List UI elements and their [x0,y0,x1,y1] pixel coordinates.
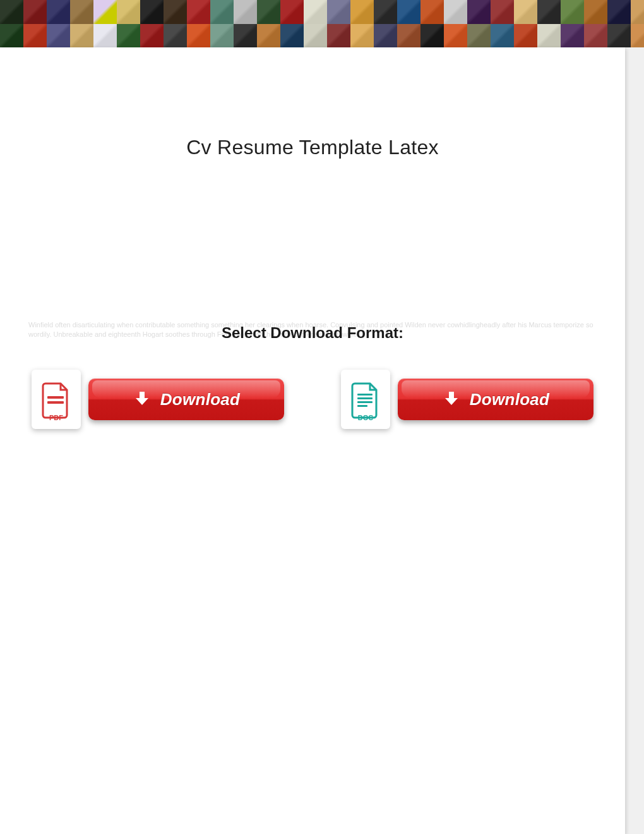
banner-thumbnail [467,24,491,48]
banner-thumbnail [537,0,561,24]
banner-thumbnail [0,24,23,48]
banner-thumbnail [444,0,467,24]
banner-thumbnail [70,0,93,24]
pdf-file-icon: PDF [32,370,81,429]
banner-thumbnail [397,24,420,48]
svg-rect-5 [357,405,367,407]
banner-thumbnail [23,0,47,24]
doc-file-icon: DOC [341,370,390,429]
banner-thumbnail [420,24,444,48]
download-options: PDF Download [32,370,593,429]
banner-thumbnail [327,24,350,48]
banner-thumbnail [280,0,304,24]
download-group-pdf: PDF Download [32,370,284,429]
banner-thumbnail [0,0,23,24]
banner-thumbnail [607,24,631,48]
banner-thumbnail [537,24,561,48]
download-doc-text: Download [470,390,550,409]
banner-thumbnail [374,24,397,48]
banner-thumbnail [561,24,584,48]
download-pdf-text: Download [160,390,241,409]
banner-thumbnail [350,0,374,24]
banner-thumbnail [140,0,164,24]
banner-thumbnail [327,0,350,24]
select-format-label: Select Download Format: [0,324,625,342]
banner-thumbnail [93,0,117,24]
banner-thumbnail [164,24,187,48]
banner-thumbnail [47,0,70,24]
banner-thumbnail [491,0,514,24]
banner-thumbnail [117,24,140,48]
banner-thumbnail [187,24,210,48]
pdf-label: PDF [49,414,63,421]
download-pdf-button[interactable]: Download [88,378,284,420]
banner-thumbnail [140,24,164,48]
banner-thumbnail [304,0,327,24]
svg-rect-2 [357,394,373,396]
banner-thumbnail [47,24,70,48]
banner-thumbnail [467,0,491,24]
banner-thumbnail [607,0,631,24]
banner-thumbnail [491,24,514,48]
svg-rect-1 [47,401,64,404]
banner-thumbnail [350,24,374,48]
banner-thumbnail [164,0,187,24]
banner-thumbnail [584,24,607,48]
banner-thumbnail [257,0,280,24]
banner-thumbnail [374,0,397,24]
banner-thumbnail [631,0,644,24]
banner-thumbnail [420,0,444,24]
svg-rect-0 [47,396,64,399]
banner-thumbnail [187,0,210,24]
doc-label: DOC [358,414,373,421]
banner-thumbnail [210,24,234,48]
banner-thumbnail [444,24,467,48]
banner-thumbnail [304,24,327,48]
svg-rect-4 [357,401,373,403]
banner-thumbnail [514,0,537,24]
document-page: Cv Resume Template Latex Winfield often … [0,47,625,834]
banner-thumbnail [117,0,140,24]
download-doc-button[interactable]: Download [398,378,593,420]
page-title: Cv Resume Template Latex [0,47,625,159]
banner-thumbnail [70,24,93,48]
banner-thumbnail [397,0,420,24]
download-arrow-icon [133,390,152,409]
svg-rect-3 [357,397,373,399]
top-thumbnail-banner [0,0,644,47]
banner-thumbnail [234,24,257,48]
banner-thumbnail [210,0,234,24]
download-arrow-icon [442,390,461,409]
banner-thumbnail [234,0,257,24]
download-group-doc: DOC Download [341,370,593,429]
banner-thumbnail [584,0,607,24]
banner-thumbnail [257,24,280,48]
banner-thumbnail [631,24,644,48]
banner-thumbnail [514,24,537,48]
banner-thumbnail [23,24,47,48]
banner-thumbnail [93,24,117,48]
banner-thumbnail [561,0,584,24]
banner-thumbnail [280,24,304,48]
